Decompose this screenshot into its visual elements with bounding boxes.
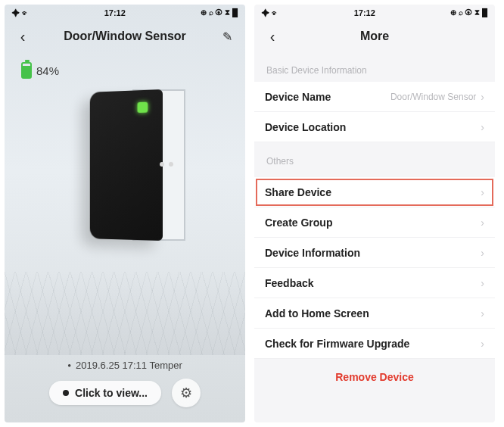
status-bar: ✦ ᯤ 17:12 ⊕ ⌕ ⦿ ⧗ █ [254, 5, 495, 21]
header: ‹ More [254, 21, 495, 51]
header: ‹ Door/Window Sensor ✎ [5, 21, 245, 51]
status-left: ✦ ᯤ [12, 9, 30, 17]
share-device-label: Share Device [265, 186, 331, 198]
hinge-dot-icon [160, 162, 164, 167]
door-illustration [5, 82, 245, 263]
sensor-led-icon [138, 102, 148, 113]
more-screen: ✦ ᯤ 17:12 ⊕ ⌕ ⦿ ⧗ █ ‹ More Basic Device … [254, 5, 495, 422]
device-name-label: Device Name [265, 91, 331, 103]
row-device-location[interactable]: Device Location › [254, 112, 495, 142]
create-group-label: Create Group [265, 217, 332, 229]
status-time: 17:12 [104, 8, 126, 17]
page-title: More [282, 30, 468, 43]
bullet-icon: ● [67, 362, 71, 369]
chevron-right-icon: › [481, 121, 484, 133]
scene-wrap [5, 82, 245, 355]
status-time: 17:12 [354, 8, 375, 17]
status-left: ✦ ᯤ [262, 9, 279, 17]
chevron-left-icon: ‹ [20, 28, 26, 45]
row-add-to-home[interactable]: Add to Home Screen › [254, 298, 495, 329]
bottom-row: Click to view... ⚙ [5, 379, 245, 422]
event-log-line: ● 2019.6.25 17:11 Temper [5, 355, 245, 379]
device-information-label: Device Information [265, 247, 360, 259]
hinge-dot-icon [169, 162, 173, 167]
battery-percent: 84% [36, 64, 59, 77]
event-log-text: 2019.6.25 17:11 Temper [76, 360, 182, 371]
device-location-label: Device Location [265, 121, 346, 133]
remove-device-button[interactable]: Remove Device [254, 359, 495, 395]
chevron-right-icon: › [481, 217, 484, 229]
chevron-left-icon: ‹ [270, 28, 275, 45]
chevron-right-icon: › [481, 247, 484, 259]
row-device-name[interactable]: Device Name Door/Window Sensor › [254, 82, 495, 112]
row-feedback[interactable]: Feedback › [254, 268, 495, 298]
door-panel [90, 89, 163, 241]
chevron-right-icon: › [481, 91, 484, 103]
dot-icon [63, 390, 69, 396]
feedback-label: Feedback [265, 277, 314, 289]
click-to-view-label: Click to view... [75, 387, 148, 399]
status-right: ⊕ ⌕ ⦿ ⧗ █ [450, 8, 487, 17]
row-firmware-upgrade[interactable]: Check for Firmware Upgrade › [254, 329, 495, 359]
chevron-right-icon: › [481, 307, 484, 319]
floor-grid [5, 272, 245, 355]
edit-icon: ✎ [222, 30, 232, 44]
add-to-home-label: Add to Home Screen [265, 307, 369, 319]
edit-button[interactable]: ✎ [218, 27, 236, 45]
page-title: Door/Window Sensor [32, 30, 218, 43]
row-device-information[interactable]: Device Information › [254, 238, 495, 268]
battery-icon [21, 62, 32, 79]
header-spacer [468, 27, 486, 45]
status-bar: ✦ ᯤ 17:12 ⊕ ⌕ ⦿ ⧗ █ [5, 5, 245, 21]
click-to-view-button[interactable]: Click to view... [49, 381, 161, 405]
row-create-group[interactable]: Create Group › [254, 207, 495, 238]
chevron-right-icon: › [481, 277, 484, 289]
battery-row: 84% [5, 51, 245, 82]
row-share-device[interactable]: Share Device › [254, 177, 495, 207]
back-button[interactable]: ‹ [263, 27, 282, 45]
device-name-value: Door/Window Sensor [390, 92, 476, 102]
section-basic-label: Basic Device Information [254, 51, 495, 82]
chevron-right-icon: › [481, 338, 484, 350]
device-screen: ✦ ᯤ 17:12 ⊕ ⌕ ⦿ ⧗ █ ‹ Door/Window Sensor… [5, 5, 245, 422]
back-button[interactable]: ‹ [14, 27, 32, 45]
gear-icon: ⚙ [180, 385, 192, 401]
status-right: ⊕ ⌕ ⦿ ⧗ █ [201, 8, 238, 17]
section-others-label: Others [254, 142, 495, 173]
firmware-upgrade-label: Check for Firmware Upgrade [265, 338, 409, 350]
chevron-right-icon: › [481, 186, 484, 198]
settings-button[interactable]: ⚙ [172, 379, 201, 407]
